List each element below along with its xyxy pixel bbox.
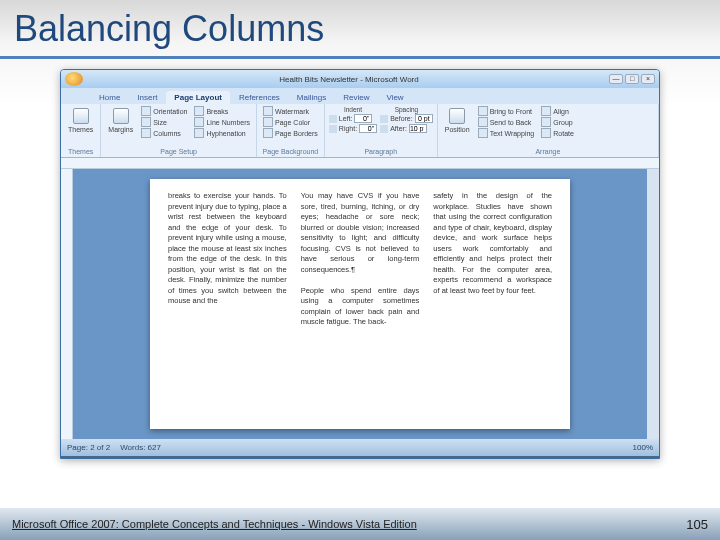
group-arrange-label: Arrange [442, 147, 654, 155]
rotate-icon [541, 128, 551, 138]
themes-button[interactable]: Themes [65, 106, 96, 135]
bring-front-icon [478, 106, 488, 116]
vertical-ruler[interactable] [61, 169, 73, 439]
page-color-icon [263, 117, 273, 127]
group-page-background-label: Page Background [261, 147, 320, 155]
group-page-background: Watermark Page Color Page Borders Page B… [257, 104, 325, 157]
align-label: Align [553, 108, 569, 115]
spacing-after-row: After: [380, 124, 433, 133]
margins-label: Margins [108, 126, 133, 133]
align-icon [541, 106, 551, 116]
breaks-icon [194, 106, 204, 116]
column-1: breaks to exercise your hands. To preven… [168, 191, 287, 417]
status-words[interactable]: Words: 627 [120, 443, 161, 452]
hyphenation-button[interactable]: Hyphenation [192, 128, 252, 138]
group-themes: Themes Themes [61, 104, 101, 157]
ribbon-tabs: Home Insert Page Layout References Maili… [61, 88, 659, 104]
themes-label: Themes [68, 126, 93, 133]
page-color-button[interactable]: Page Color [261, 117, 320, 127]
columns-button[interactable]: Columns [139, 128, 189, 138]
text-wrapping-button[interactable]: Text Wrapping [476, 128, 537, 138]
size-icon [141, 117, 151, 127]
page-borders-button[interactable]: Page Borders [261, 128, 320, 138]
size-button[interactable]: Size [139, 117, 189, 127]
group-icon [541, 117, 551, 127]
tab-references[interactable]: References [231, 91, 288, 104]
word-window: Health Bits Newsletter - Microsoft Word … [60, 69, 660, 459]
page: breaks to exercise your hands. To preven… [150, 179, 570, 429]
send-back-label: Send to Back [490, 119, 532, 126]
page-color-label: Page Color [275, 119, 310, 126]
page-number: 105 [686, 517, 708, 532]
columns-icon [141, 128, 151, 138]
margins-button[interactable]: Margins [105, 106, 136, 135]
themes-icon [73, 108, 89, 124]
line-numbers-button[interactable]: Line Numbers [192, 117, 252, 127]
column-3: safety in the design of the workplace. S… [433, 191, 552, 417]
status-zoom[interactable]: 100% [633, 443, 653, 452]
rotate-button[interactable]: Rotate [539, 128, 576, 138]
footer-text: Microsoft Office 2007: Complete Concepts… [12, 518, 417, 530]
group-btn-label: Group [553, 119, 572, 126]
send-back-icon [478, 117, 488, 127]
spacing-after-input[interactable] [409, 124, 427, 133]
slide-footer: Microsoft Office 2007: Complete Concepts… [0, 508, 720, 540]
orientation-button[interactable]: Orientation [139, 106, 189, 116]
orientation-label: Orientation [153, 108, 187, 115]
tab-insert[interactable]: Insert [129, 91, 165, 104]
line-numbers-label: Line Numbers [206, 119, 250, 126]
spacing-after-label: After: [390, 125, 407, 132]
position-button[interactable]: Position [442, 106, 473, 135]
watermark-icon [263, 106, 273, 116]
watermark-button[interactable]: Watermark [261, 106, 320, 116]
spacing-before-row: Before: [380, 114, 433, 123]
tab-review[interactable]: Review [335, 91, 377, 104]
group-themes-label: Themes [65, 147, 96, 155]
indent-right-icon [329, 125, 337, 133]
spacing-after-icon [380, 125, 388, 133]
breaks-button[interactable]: Breaks [192, 106, 252, 116]
spacing-heading: Spacing [380, 106, 433, 113]
line-numbers-icon [194, 117, 204, 127]
office-button[interactable] [65, 72, 83, 86]
tab-view[interactable]: View [378, 91, 411, 104]
group-arrange: Position Bring to Front Send to Back Tex… [438, 104, 659, 157]
vertical-scrollbar[interactable] [647, 169, 659, 439]
start-button[interactable] [65, 458, 89, 459]
rotate-label: Rotate [553, 130, 574, 137]
align-button[interactable]: Align [539, 106, 576, 116]
tab-page-layout[interactable]: Page Layout [166, 91, 230, 104]
columns-label: Columns [153, 130, 181, 137]
hyphenation-label: Hyphenation [206, 130, 245, 137]
text-wrapping-icon [478, 128, 488, 138]
horizontal-ruler[interactable] [61, 158, 659, 169]
ribbon: Themes Themes Margins Orientation Size C… [61, 104, 659, 158]
tab-mailings[interactable]: Mailings [289, 91, 334, 104]
status-bar: Page: 2 of 2 Words: 627 100% [61, 439, 659, 456]
page-viewport[interactable]: breaks to exercise your hands. To preven… [73, 169, 647, 439]
indent-left-row: Left: [329, 114, 377, 123]
spacing-before-icon [380, 115, 388, 123]
status-page[interactable]: Page: 2 of 2 [67, 443, 110, 452]
size-label: Size [153, 119, 167, 126]
spacing-before-input[interactable] [415, 114, 433, 123]
close-button[interactable]: × [641, 74, 655, 84]
tab-home[interactable]: Home [91, 91, 128, 104]
group-button[interactable]: Group [539, 117, 576, 127]
hyphenation-icon [194, 128, 204, 138]
page-borders-label: Page Borders [275, 130, 318, 137]
orientation-icon [141, 106, 151, 116]
indent-right-input[interactable] [359, 124, 377, 133]
maximize-button[interactable]: □ [625, 74, 639, 84]
send-back-button[interactable]: Send to Back [476, 117, 537, 127]
indent-left-input[interactable] [354, 114, 372, 123]
text-wrapping-label: Text Wrapping [490, 130, 535, 137]
column-2: You may have CVS if you have sore, tired… [301, 191, 420, 417]
position-icon [449, 108, 465, 124]
indent-heading: Indent [329, 106, 377, 113]
document-area: breaks to exercise your hands. To preven… [61, 169, 659, 439]
minimize-button[interactable]: — [609, 74, 623, 84]
group-paragraph: Indent Left: Right: Spacing [325, 104, 438, 157]
bring-front-button[interactable]: Bring to Front [476, 106, 537, 116]
slide-title: Balancing Columns [0, 0, 720, 56]
